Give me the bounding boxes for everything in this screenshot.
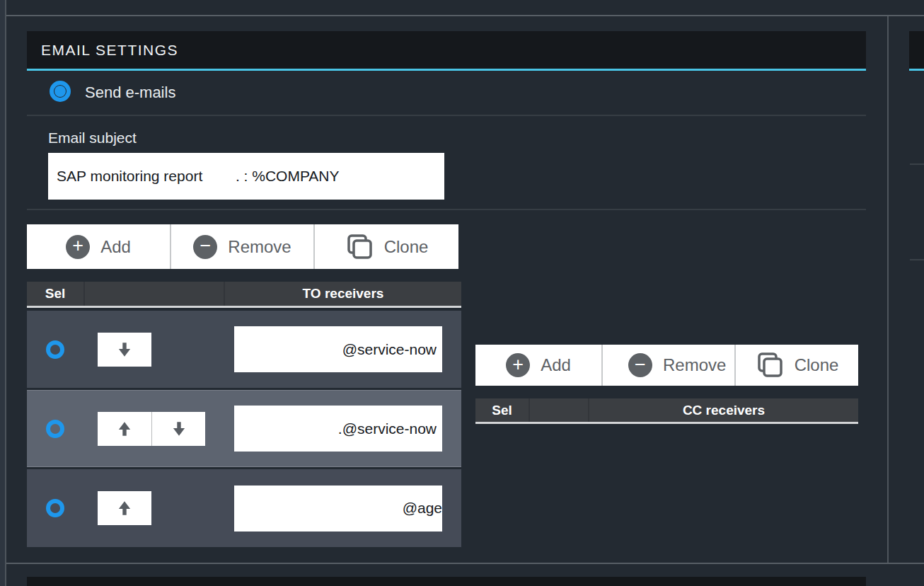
move-up-button[interactable] bbox=[98, 412, 151, 446]
add-button-label: Add bbox=[100, 237, 131, 257]
to-receiver-row bbox=[27, 311, 461, 388]
row-email-cell bbox=[224, 326, 461, 372]
column-header-actions bbox=[83, 282, 224, 306]
remove-button-label: Remove bbox=[228, 237, 291, 257]
add-button-label: Add bbox=[541, 355, 571, 375]
panel-divider-line bbox=[887, 16, 889, 563]
row-reorder-cell bbox=[83, 333, 224, 367]
arrow-up-icon bbox=[115, 499, 134, 517]
column-header-to-receivers: TO receivers bbox=[224, 282, 461, 306]
to-receiver-email-input[interactable] bbox=[234, 406, 442, 452]
row-select-cell bbox=[27, 340, 83, 359]
to-receiver-email-input[interactable] bbox=[234, 486, 442, 532]
remove-button[interactable]: − Remove bbox=[601, 345, 734, 386]
column-header-actions bbox=[529, 398, 588, 422]
row-email-cell bbox=[224, 406, 461, 452]
move-up-button[interactable] bbox=[98, 491, 151, 525]
right-panel-divider bbox=[910, 259, 924, 260]
next-section-header-sliver bbox=[27, 577, 866, 586]
clone-button-label: Clone bbox=[384, 237, 429, 257]
to-receiver-row bbox=[27, 390, 461, 467]
email-settings-screen: EMAIL SETTINGS Send e-mails Email subjec… bbox=[0, 0, 924, 586]
row-email-cell bbox=[224, 486, 461, 532]
row-reorder-cell bbox=[83, 491, 224, 525]
column-header-sel: Sel bbox=[27, 282, 83, 306]
row-select-cell bbox=[27, 499, 83, 517]
row-select-radio[interactable] bbox=[46, 420, 64, 438]
section-title-email-settings: EMAIL SETTINGS bbox=[27, 31, 866, 71]
plus-icon: + bbox=[66, 235, 90, 259]
row-select-cell bbox=[27, 420, 83, 438]
left-border-line bbox=[5, 0, 6, 586]
clone-icon bbox=[345, 233, 374, 261]
plus-icon: + bbox=[506, 353, 530, 377]
move-down-button[interactable] bbox=[98, 333, 151, 367]
add-button[interactable]: + Add bbox=[27, 224, 170, 269]
clone-button-label: Clone bbox=[795, 355, 839, 375]
to-receiver-email-input[interactable] bbox=[234, 326, 442, 372]
move-down-button[interactable] bbox=[151, 412, 205, 446]
column-header-sel: Sel bbox=[475, 398, 529, 422]
to-receivers-toolbar: + Add − Remove Clone bbox=[27, 224, 458, 269]
cc-receivers-toolbar: + Add − Remove Clone bbox=[475, 345, 858, 386]
clone-icon bbox=[756, 351, 784, 379]
to-receiver-row bbox=[27, 469, 461, 547]
arrow-up-icon bbox=[115, 420, 134, 438]
divider bbox=[27, 115, 866, 116]
to-receivers-table-header: Sel TO receivers bbox=[27, 282, 461, 308]
send-emails-label: Send e-mails bbox=[85, 84, 175, 102]
left-edge-strip bbox=[0, 0, 5, 586]
send-emails-radio[interactable] bbox=[50, 81, 71, 102]
right-panel-divider bbox=[910, 163, 924, 165]
bottom-border-line bbox=[6, 563, 924, 564]
top-border-line bbox=[6, 15, 924, 16]
remove-button-label: Remove bbox=[663, 355, 726, 375]
minus-icon: − bbox=[628, 353, 652, 377]
row-select-radio[interactable] bbox=[46, 499, 64, 517]
clone-button[interactable]: Clone bbox=[734, 345, 858, 386]
email-subject-input[interactable] bbox=[48, 153, 444, 200]
add-button[interactable]: + Add bbox=[475, 345, 601, 386]
remove-button[interactable]: − Remove bbox=[170, 224, 313, 269]
minus-icon: − bbox=[193, 235, 217, 259]
divider bbox=[27, 209, 866, 210]
cc-receivers-table-header: Sel CC receivers bbox=[475, 398, 858, 424]
column-header-cc-receivers: CC receivers bbox=[588, 398, 858, 422]
arrow-down-icon bbox=[170, 420, 188, 438]
clone-button[interactable]: Clone bbox=[313, 224, 458, 269]
row-select-radio[interactable] bbox=[46, 340, 64, 359]
right-panel-header-sliver bbox=[909, 31, 924, 71]
arrow-down-icon bbox=[115, 340, 134, 359]
row-reorder-cell bbox=[83, 412, 224, 446]
email-subject-label: Email subject bbox=[48, 130, 137, 146]
